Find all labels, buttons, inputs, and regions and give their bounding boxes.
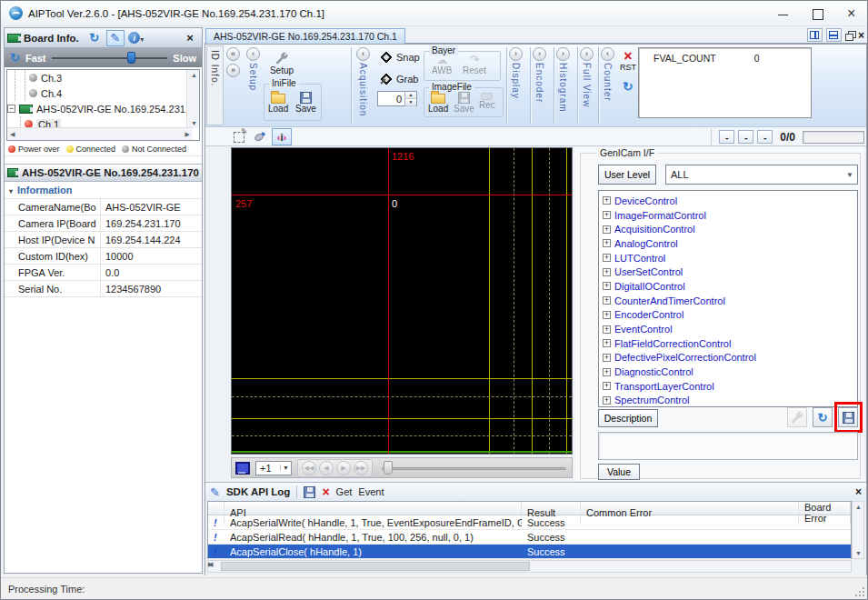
feature-settings-button[interactable]	[787, 407, 807, 427]
genicam-toggle-button[interactable]: ‹i›	[272, 128, 292, 145]
genicam-tree-item[interactable]: AcquisitionControl	[603, 222, 857, 236]
bayer-reset-button[interactable]: Reset	[463, 55, 486, 75]
genicam-tree-item[interactable]: DefectivePixelCorrectionControl	[603, 351, 857, 365]
spin-up-icon[interactable]: ▲	[405, 92, 416, 99]
expand-icon[interactable]	[603, 368, 611, 376]
close-log-icon[interactable]	[855, 485, 862, 498]
genicam-tree-item[interactable]: ImageFormatControl	[603, 208, 857, 223]
group-expand-icon[interactable]	[556, 47, 570, 61]
info-dropdown-button[interactable]: i	[127, 30, 145, 46]
first-frame-icon[interactable]: ◀◀	[302, 461, 316, 475]
snap-button[interactable]: Snap	[380, 51, 420, 64]
expand-icon[interactable]	[603, 225, 611, 234]
genicam-refresh-button[interactable]	[813, 407, 833, 427]
display-mode-icon[interactable]	[235, 462, 250, 475]
clear-log-icon[interactable]	[322, 485, 329, 499]
tile-vertical-button[interactable]	[807, 28, 823, 42]
group-collapse-icon[interactable]	[356, 47, 370, 61]
imagefile-save-button[interactable]: Save	[454, 92, 474, 114]
previous-frame-icon[interactable]: ◀	[319, 461, 334, 475]
genicam-tree-item[interactable]: LUTControl	[603, 251, 857, 265]
value-button[interactable]: Value	[598, 464, 640, 480]
log-horizontal-scrollbar[interactable]: ◀▶	[207, 560, 852, 573]
maximize-icon[interactable]	[813, 8, 823, 19]
group-expand-icon[interactable]	[533, 47, 546, 61]
close-document-icon[interactable]	[858, 29, 864, 42]
tab-id-info[interactable]: ID Info.	[206, 45, 224, 125]
save-log-icon[interactable]	[304, 486, 315, 498]
section-collapse-icon[interactable]	[9, 185, 13, 195]
play-icon[interactable]: ▶	[336, 461, 351, 475]
close-icon[interactable]	[847, 8, 858, 19]
expand-icon[interactable]	[603, 325, 611, 334]
speed-slider[interactable]	[52, 57, 168, 59]
expand-icon[interactable]	[603, 196, 611, 205]
expand-icon[interactable]	[603, 339, 611, 347]
inifile-load-button[interactable]: Load	[268, 90, 288, 114]
genicam-tree-item[interactable]: FlatFieldCorrectionControl	[603, 336, 857, 351]
brush-icon[interactable]	[106, 30, 125, 46]
counter-refresh-icon[interactable]	[623, 79, 634, 94]
setup-button[interactable]: Setup	[265, 51, 298, 75]
column-board-error[interactable]: Board Error	[799, 502, 851, 524]
counter-reset-button[interactable]: RST	[618, 50, 638, 72]
image-viewer-canvas[interactable]: 1216 257 0	[231, 147, 573, 455]
expand-icon[interactable]	[603, 268, 611, 276]
log-row-selected[interactable]: AcapSerialClose( hHandle, 1) Success	[208, 545, 851, 559]
tile-horizontal-button[interactable]	[826, 28, 842, 42]
awb-button[interactable]: AWB	[432, 55, 452, 75]
genicam-tree-item[interactable]: DeviceControl	[603, 194, 857, 208]
frame-slider-thumb[interactable]	[384, 461, 393, 475]
genicam-tree-item[interactable]: DiagnosticControl	[603, 365, 857, 379]
column-common-error[interactable]: Common Error	[581, 502, 799, 524]
group-expand-icon[interactable]	[509, 47, 523, 61]
user-level-select[interactable]: ALL ▼	[665, 165, 858, 185]
expand-icon[interactable]	[603, 239, 611, 247]
genicam-tree-item[interactable]: DigitalIOControl	[603, 279, 857, 294]
expand-icon[interactable]	[603, 296, 611, 305]
frame-slider[interactable]	[378, 461, 568, 475]
event-button[interactable]: Event	[358, 486, 384, 497]
log-vertical-scrollbar[interactable]: ▲▼	[852, 501, 864, 559]
expand-icon[interactable]	[603, 382, 611, 390]
spin-down-icon[interactable]: ▼	[405, 99, 416, 106]
information-section-header[interactable]: Information	[5, 182, 202, 198]
counter-list[interactable]: FVAL_COUNT 0	[638, 47, 812, 118]
expand-icon[interactable]	[603, 396, 611, 405]
info-value[interactable]: 1234567890	[101, 284, 202, 295]
info-value[interactable]: 10000	[101, 251, 202, 262]
info-value[interactable]: 169.254.231.170	[101, 218, 202, 229]
genicam-tree-item[interactable]: TransportLayerControl	[603, 379, 857, 394]
genicam-tree-item[interactable]: UserSetControl	[603, 265, 857, 279]
info-value[interactable]: AHS-052VIR-GE	[101, 202, 202, 213]
scrollbar-thumb[interactable]	[221, 562, 530, 571]
restore-window-icon[interactable]	[845, 31, 854, 39]
resize-grip[interactable]	[854, 586, 865, 597]
imagefile-rec-button[interactable]: Rec	[479, 90, 495, 110]
grab-button[interactable]: Grab	[380, 73, 418, 85]
info-value[interactable]: 169.254.144.224	[101, 235, 202, 245]
user-level-button[interactable]: User Level	[598, 165, 656, 185]
tree-item-board[interactable]: AHS-052VIR-GE No.169.254.231.	[7, 101, 199, 116]
inifile-save-button[interactable]: Save	[295, 92, 316, 114]
spinner-value[interactable]: 0	[378, 92, 404, 105]
expand-icon[interactable]	[603, 282, 611, 290]
genicam-tree-item[interactable]: AnalogControl	[603, 236, 857, 251]
expand-icon[interactable]	[603, 211, 611, 219]
speed-refresh-icon[interactable]	[10, 51, 20, 65]
tab-channel[interactable]: AHS-052VIR-GE No.169.254.231.170 Ch.1	[205, 28, 405, 44]
genicam-tree-item[interactable]: EventControl	[603, 322, 857, 336]
expand-icon[interactable]	[603, 311, 611, 319]
group-expand-icon[interactable]	[580, 47, 594, 61]
log-row[interactable]: AcapSerialRead( hHandle, 1, True, 100, 2…	[208, 530, 851, 545]
collapse-left-icon[interactable]	[226, 47, 240, 61]
title-bar[interactable]: AIPTool Ver.2.6.0 - [AHS-052VIR-GE No.16…	[1, 1, 867, 26]
tree-vertical-scrollbar[interactable]: ▲▼	[186, 70, 199, 128]
description-button[interactable]: Description	[598, 409, 658, 427]
genicam-tree-item[interactable]: CounterAndTimerControl	[603, 294, 857, 308]
grab-count-spinner[interactable]: 0 ▲▼	[377, 91, 417, 106]
tree-item-ch4[interactable]: Ch.4	[7, 85, 199, 101]
zoom-select[interactable]: +1 ▼	[255, 461, 292, 475]
paint-tool-button[interactable]	[250, 128, 270, 145]
minimize-icon[interactable]	[778, 8, 789, 19]
